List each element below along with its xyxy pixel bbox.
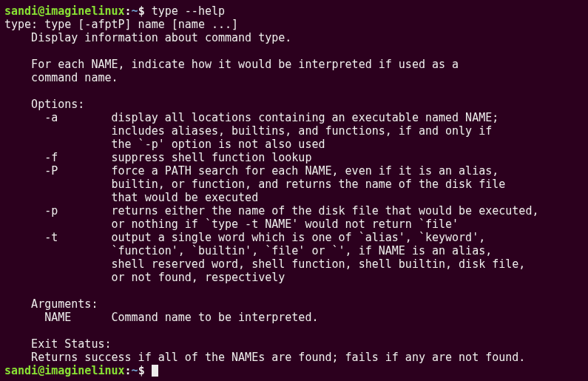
cursor-icon[interactable] [152,365,158,377]
terminal[interactable]: sandi@imaginelinux:~$ type --help type: … [4,4,584,377]
prompt-dollar: $ [138,364,152,377]
output-line: -P force a PATH search for each NAME, ev… [4,164,499,178]
output-line: builtin, or function, and returns the na… [4,178,505,191]
prompt-line-1: sandi@imaginelinux:~$ type --help [4,4,225,18]
prompt-user: sandi [4,4,38,18]
output-line: `function', `builtin', `file' or `', if … [4,244,492,257]
output-line: NAME Command name to be interpreted. [4,311,318,324]
output-line [4,84,31,98]
output-line [4,324,31,337]
prompt-path: ~ [132,4,138,18]
prompt-dollar: $ [138,4,152,18]
prompt-colon: : [125,364,132,377]
prompt-path: ~ [132,364,138,377]
output-line: or not found, respectively [4,271,285,284]
output-line: Display information about command type. [4,31,291,44]
output-line: For each NAME, indicate how it would be … [4,58,459,71]
prompt-at: @ [38,4,44,18]
prompt-line-2: sandi@imaginelinux:~$ [4,364,158,377]
prompt-host: imaginelinux [44,364,124,377]
output-line: Arguments: [4,297,98,311]
prompt-host: imaginelinux [44,4,124,18]
output-line: -t output a single word which is one of … [4,231,485,244]
prompt-at: @ [38,364,44,377]
output-line [4,284,31,297]
output-line: that would be executed [4,191,258,204]
output-line: -a display all locations containing an e… [4,111,499,124]
output-line: or nothing if `type -t NAME' would not r… [4,218,459,231]
output-line: the `-p' option is not also used [4,138,325,151]
command-input[interactable]: type --help [152,4,225,18]
output-line: Exit Status: [4,337,112,351]
output-line [4,44,31,58]
output-line: command name. [4,71,118,84]
output-line: shell reserved word, shell function, she… [4,257,525,271]
output-line: Returns success if all of the NAMEs are … [4,351,525,364]
prompt-colon: : [125,4,132,18]
output-line: type: type [-afptP] name [name ...] [4,18,238,31]
output-line: -p returns either the name of the disk f… [4,204,538,218]
output-line: Options: [4,98,84,111]
output-line: -f suppress shell function lookup [4,151,311,164]
prompt-user: sandi [4,364,38,377]
output-line: includes aliases, builtins, and function… [4,124,492,138]
